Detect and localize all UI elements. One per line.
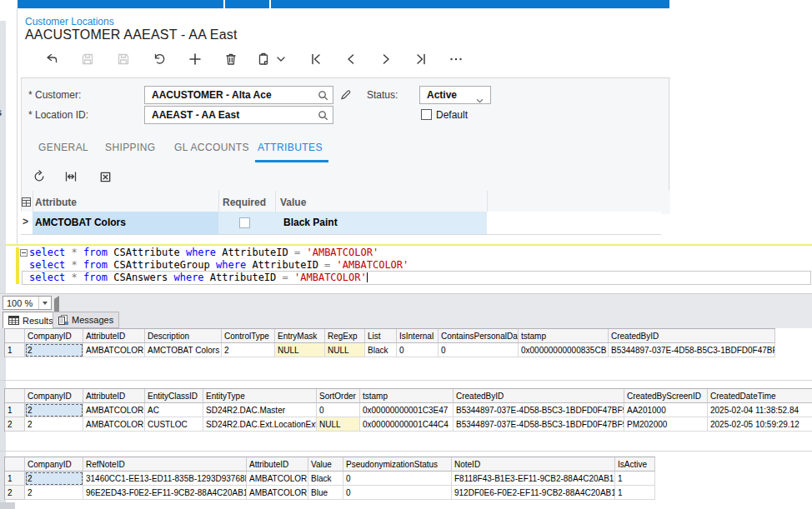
column-header[interactable]: AttributeID [83,389,145,403]
edit-customer-icon[interactable] [339,88,352,104]
attr-col-header-required[interactable]: Required [223,197,266,208]
column-header[interactable]: Value [308,457,343,472]
row-header[interactable]: 1 [5,472,25,486]
column-header[interactable]: tstamp [360,389,454,403]
tab-gl-accounts[interactable]: GL ACCOUNTS [174,142,249,153]
save-close-button[interactable] [77,49,98,69]
column-header[interactable]: IsActive [615,457,655,472]
clipboard-menu-button[interactable] [275,49,287,69]
grid-cell[interactable]: B5344897-037E-4D58-B5C3-1BDFD0F47BF9 [454,417,624,432]
tab-shipping[interactable]: SHIPPING [105,142,156,153]
grid-cell[interactable]: 2 [222,343,275,357]
first-record-button[interactable] [305,49,327,69]
select-all-corner[interactable] [5,329,25,343]
grid-cell[interactable]: Black [365,343,397,357]
customer-field[interactable]: AACUSTOMER - Alta Ace [144,86,333,104]
export-excel-button[interactable] [94,167,116,186]
grid-cell[interactable]: 0x00000000000835CB [519,343,609,357]
column-header[interactable]: SortOrder [317,389,360,403]
row-header[interactable]: 2 [5,486,25,500]
row-settings-icon[interactable] [22,197,31,207]
sql-lines[interactable]: select * from CSAttribute where Attribut… [23,247,810,284]
grid-cell[interactable]: 2025-02-05 10:59:29.12 [708,417,812,432]
column-header[interactable]: EntityClassID [145,389,203,403]
column-header[interactable]: NoteID [452,457,615,472]
grid-cell[interactable]: 0 [397,343,439,357]
column-header[interactable]: Description [145,329,222,343]
tab-attributes[interactable]: ATTRIBUTES [258,142,323,153]
select-all-corner[interactable] [5,457,25,472]
select-all-corner[interactable] [5,389,25,403]
grid-cell[interactable]: 2 [25,343,83,357]
required-checkbox[interactable] [239,217,250,228]
grid-cell[interactable]: 2 [25,417,83,432]
location-field[interactable]: AAEAST - AA East [144,106,333,124]
grid-cell[interactable]: B5344897-037E-4D58-B5C3-1BDFD0F47BF9 [454,403,624,417]
grid-cell[interactable]: 2 [25,472,83,486]
column-header[interactable]: CompanyID [25,389,83,403]
grid-cell[interactable]: AMBATCOLOR [83,403,145,417]
pane-separator[interactable] [0,451,812,452]
grid-cell[interactable]: CUSTLOC [145,417,203,432]
column-header[interactable]: CreatedByID [454,389,624,403]
grid-cell[interactable]: 0 [317,403,360,417]
grid-cell[interactable]: 1 [615,486,655,500]
pane-separator[interactable] [0,380,812,381]
column-header[interactable]: CreatedDateTime [708,389,812,403]
column-header[interactable]: RegExp [325,329,365,343]
grid-cell[interactable]: PM202000 [624,417,708,432]
grid-cell[interactable]: AMCTOBAT Colors [145,343,222,357]
column-header[interactable]: EntityType [203,389,317,403]
tab-general[interactable]: GENERAL [38,142,88,153]
sql-line[interactable]: select * from CSAttribute where Attribut… [23,247,810,259]
next-record-button[interactable] [375,49,397,69]
grid-cell[interactable]: NULL [325,343,365,357]
tab-messages[interactable]: Messages [53,312,119,328]
grid-cell[interactable]: 0 [439,343,519,357]
fit-width-button[interactable] [60,167,82,186]
attr-col-header-attribute[interactable]: Attribute [35,197,77,208]
grid-cell[interactable]: 0 [343,486,452,500]
undo-button[interactable] [148,49,170,69]
grid-cell[interactable]: NULL [317,417,360,432]
sql-line[interactable]: select * from CSAnswers where AttributeI… [23,272,810,284]
tab-results[interactable]: Results [3,312,59,328]
attr-col-header-value[interactable]: Value [280,197,306,208]
grid-cell[interactable]: AMBATCOLOR [247,486,308,500]
save-button[interactable] [113,49,134,69]
grid-cell[interactable]: SD24R2.DAC.Ext.LocationExt [203,417,317,432]
grid-cell[interactable]: AMBATCOLOR [247,472,308,486]
row-header[interactable]: 2 [5,417,25,432]
row-header[interactable]: 1 [5,343,25,357]
column-header[interactable]: PseudonymizationStatus [343,457,452,472]
grid-cell[interactable]: 2 [25,486,83,500]
column-header[interactable]: tstamp [519,329,609,343]
delete-button[interactable] [220,49,242,69]
attr-cell-rest[interactable] [218,212,487,234]
location-lookup-icon[interactable] [318,110,328,123]
grid-cell[interactable]: 2025-02-04 11:38:52.84 [708,403,812,417]
grid-cell[interactable]: AA201000 [624,403,708,417]
prev-record-button[interactable] [340,49,362,69]
grid-cell[interactable]: 0x00000000001C3E47 [360,403,454,417]
grid-cell[interactable]: SD24R2.DAC.Master [203,403,317,417]
grid-cell[interactable]: 912DF0E6-F0E2-EF11-9CB2-88A4C20AB120 [452,486,615,500]
column-header[interactable]: AttributeID [83,329,145,343]
grid-cell[interactable]: 96E2ED43-F0E2-EF11-9CB2-88A4C20AB120 [83,486,247,500]
back-button[interactable] [41,49,63,69]
grid-cell[interactable]: 2 [25,403,83,417]
column-header[interactable]: CreatedByID [609,329,775,343]
grid-cell[interactable]: AMBATCOLOR [83,417,145,432]
grid-cell[interactable]: NULL [275,343,325,357]
grid-cell[interactable]: 1 [615,472,655,486]
status-select[interactable]: Active [419,86,491,104]
column-header[interactable]: AttributeID [247,457,308,472]
row-expand-chevron[interactable]: > [23,216,28,227]
column-header[interactable]: IsInternal [397,329,439,343]
grid-cell[interactable]: B5344897-037E-4D58-B5C3-1BDFD0F47BF9 [609,343,775,357]
add-button[interactable] [184,49,206,69]
last-record-button[interactable] [410,49,432,69]
zoom-dropdown-button[interactable] [38,297,51,309]
grid-cell[interactable]: AC [145,403,203,417]
breadcrumb[interactable]: Customer Locations [25,16,114,27]
